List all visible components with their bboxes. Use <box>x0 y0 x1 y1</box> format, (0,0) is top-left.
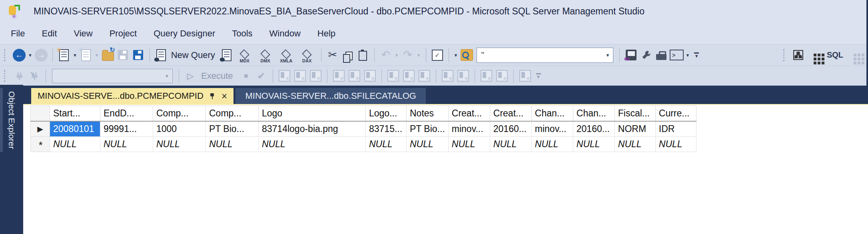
editor-tool-button[interactable] <box>277 68 292 84</box>
paste-button[interactable] <box>356 47 370 63</box>
redo-dropdown[interactable]: ▼ <box>417 53 421 58</box>
grid-cell[interactable]: minov... <box>531 121 573 137</box>
grid-cell[interactable]: NULL <box>153 137 206 152</box>
terminal-dropdown[interactable]: ▼ <box>685 53 690 58</box>
editor-tool-button[interactable] <box>495 68 509 84</box>
toolbar-overflow-button[interactable]: ▼ <box>694 52 699 58</box>
column-header[interactable]: EndD... <box>100 106 153 122</box>
editor-tool-button[interactable] <box>456 68 471 84</box>
cut-button[interactable]: ✂ <box>325 47 340 63</box>
column-header[interactable]: Comp... <box>206 106 259 122</box>
new-project-dropdown[interactable]: ▼ <box>95 53 99 58</box>
toolbar-grip[interactable] <box>4 49 7 61</box>
grid-cell[interactable]: 83715... <box>366 121 407 137</box>
tab-pcmepcompid[interactable]: MINOVAIS-SERVE...dbo.PCMEPCOMPID × <box>31 88 233 104</box>
show-results-pane-button[interactable] <box>846 47 864 63</box>
grid-cell[interactable]: 20080101 <box>50 121 100 137</box>
database-combo-dropdown[interactable]: ▼ <box>165 74 169 78</box>
column-header[interactable]: Notes <box>407 106 449 122</box>
editor-tool-button[interactable] <box>401 68 416 84</box>
column-header[interactable]: Chan... <box>531 106 573 122</box>
editor-tool-button[interactable] <box>479 68 494 84</box>
grid-cell[interactable]: 1000 <box>153 121 206 137</box>
editor-tool-button[interactable] <box>347 68 362 84</box>
grid-cell[interactable]: NULL <box>655 137 696 152</box>
new-file-button[interactable]: ✳ <box>57 47 71 63</box>
terminal-button[interactable]: > <box>669 47 684 63</box>
toolbar-grip[interactable] <box>4 70 7 82</box>
grid-cell[interactable]: 83714logo-bia.png <box>259 121 366 137</box>
grid-cell[interactable]: NULL <box>531 137 573 152</box>
find-combo-dropdown[interactable]: ▼ <box>606 53 610 58</box>
grid-cell[interactable]: NULL <box>206 137 259 152</box>
column-header[interactable]: Curre... <box>655 106 696 122</box>
parse-button[interactable]: ✔ <box>254 68 269 84</box>
grid-cell[interactable]: IDR <box>655 121 696 137</box>
cancel-query-button[interactable]: ■ <box>239 68 253 84</box>
execute-button[interactable]: ▷ <box>183 68 198 84</box>
column-header[interactable]: Comp... <box>153 106 206 122</box>
column-header[interactable]: Logo... <box>366 106 407 122</box>
menu-item-file[interactable]: File <box>2 28 33 39</box>
editor-tool-button[interactable] <box>308 68 323 84</box>
find-combo-box[interactable]: '' ▼ <box>477 48 613 63</box>
undo-button[interactable]: ↶ <box>379 47 393 63</box>
menu-item-edit[interactable]: Edit <box>33 28 65 39</box>
menu-item-tools[interactable]: Tools <box>223 28 261 39</box>
tab-sfilecatalog[interactable]: MINOVAIS-SERVER...dbo.SFILECATALOG <box>235 88 426 104</box>
pin-icon[interactable] <box>209 93 216 100</box>
grid-cell[interactable]: NULL <box>407 137 449 152</box>
menu-item-view[interactable]: View <box>65 28 101 39</box>
grid-cell[interactable]: 20160... <box>573 121 615 137</box>
navigate-back-button[interactable]: ← <box>12 47 26 63</box>
options-button[interactable] <box>639 47 653 63</box>
column-header[interactable]: Creat... <box>448 106 490 122</box>
editor-tool-button[interactable] <box>331 68 346 84</box>
column-header[interactable]: Start... <box>50 106 100 122</box>
grid-corner-cell[interactable] <box>31 106 50 122</box>
grid-cell[interactable]: NULL <box>573 137 615 152</box>
toolbar-overflow-button[interactable]: ▼ <box>536 73 541 78</box>
menu-item-project[interactable]: Project <box>101 28 145 39</box>
editor-tool-button[interactable] <box>293 68 307 84</box>
grid-cell[interactable]: NORM <box>615 121 655 137</box>
grid-cell[interactable]: PT Bio... <box>407 121 449 137</box>
mdx-query-button[interactable]: MDX <box>234 47 255 63</box>
new-query-button[interactable] <box>154 47 168 63</box>
toolbar-grip[interactable] <box>783 49 786 61</box>
menu-item-window[interactable]: Window <box>261 28 309 39</box>
database-combo-box[interactable]: ▼ <box>52 69 173 83</box>
new-project-button[interactable]: ✳ <box>79 47 93 63</box>
grid-cell[interactable]: NULL <box>259 137 366 152</box>
grid-cell[interactable]: NULL <box>448 137 490 152</box>
editor-tool-button[interactable] <box>440 68 455 84</box>
show-sql-pane-button[interactable]: SQL <box>827 50 843 60</box>
open-file-button[interactable]: ↻ <box>101 47 115 63</box>
grid-cell[interactable]: NULL <box>50 137 100 152</box>
copy-button[interactable] <box>341 47 355 63</box>
menu-item-query-designer[interactable]: Query Designer <box>145 28 223 39</box>
close-icon[interactable]: × <box>221 91 227 101</box>
new-row-selector[interactable]: * <box>31 137 50 152</box>
grid-cell[interactable]: 99991... <box>100 121 153 137</box>
editor-tool-button[interactable] <box>363 68 377 84</box>
visual-studio-button[interactable] <box>624 47 638 63</box>
change-connection-button[interactable] <box>27 68 42 84</box>
show-diagram-pane-button[interactable] <box>791 47 806 63</box>
grid-cell[interactable]: NULL <box>490 137 531 152</box>
new-query-label[interactable]: New Query <box>171 50 215 60</box>
new-file-dropdown[interactable]: ▼ <box>73 53 77 58</box>
find-in-files-button[interactable] <box>459 47 474 63</box>
editor-tool-button[interactable] <box>518 68 533 84</box>
connect-button[interactable] <box>12 68 26 84</box>
save-all-button[interactable] <box>131 47 146 63</box>
editor-tool-button[interactable] <box>386 68 401 84</box>
undo-dropdown[interactable]: ▼ <box>395 53 399 58</box>
row-selector[interactable]: ▶ <box>31 121 50 137</box>
menu-item-help[interactable]: Help <box>309 28 344 39</box>
grid-cell[interactable]: PT Bio... <box>206 121 259 137</box>
column-header[interactable]: Fiscal... <box>615 106 655 122</box>
back-history-dropdown[interactable]: ▼ <box>28 53 32 58</box>
grid-cell[interactable]: NULL <box>366 137 407 152</box>
execute-label[interactable]: Execute <box>201 71 233 81</box>
